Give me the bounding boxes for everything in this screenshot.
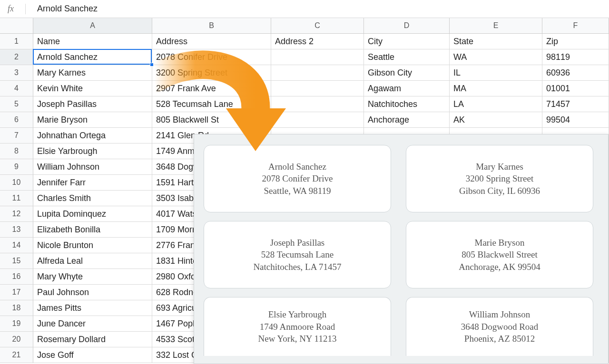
cell-C5[interactable]: [271, 96, 364, 112]
cell-F6[interactable]: 99504: [542, 112, 609, 128]
cell-E6[interactable]: AK: [450, 112, 542, 128]
cell-E3[interactable]: IL: [450, 65, 542, 81]
cell-A10[interactable]: Jennifer Farr: [33, 175, 152, 191]
cell-A5[interactable]: Joseph Pasillas: [33, 96, 152, 112]
fill-handle[interactable]: [150, 63, 154, 67]
row-header-4[interactable]: 4: [0, 81, 33, 96]
column-header-E[interactable]: E: [450, 18, 542, 34]
label-address: 3648 Dogwood Road: [461, 321, 539, 333]
cell-B6[interactable]: 805 Blackwell St: [152, 112, 271, 128]
cell-A18[interactable]: James Pitts: [33, 300, 152, 316]
cell-A13[interactable]: Elizabeth Bonilla: [33, 222, 152, 238]
cell-A21[interactable]: Jose Goff: [33, 347, 152, 363]
cell-D2[interactable]: Seattle: [364, 49, 450, 65]
column-header-C[interactable]: C: [271, 18, 364, 34]
formula-input[interactable]: [34, 2, 604, 16]
cell-A15[interactable]: Alfreda Leal: [33, 253, 152, 269]
cell-C3[interactable]: [271, 65, 364, 81]
cell-D6[interactable]: Anchorage: [364, 112, 450, 128]
row-header-7[interactable]: 7: [0, 128, 33, 144]
table-row: 4Kevin White2907 Frank AveAgawamMA01001: [0, 81, 609, 96]
label-city-state-zip: New York, NY 11213: [258, 333, 337, 345]
row-header-20[interactable]: 20: [0, 332, 33, 347]
label-city-state-zip: Phoenix, AZ 85012: [464, 333, 535, 345]
table-row: 5Joseph Pasillas528 Tecumsah LaneNatchit…: [0, 96, 609, 112]
cell-D1[interactable]: City: [364, 34, 450, 49]
address-label-card: Marie Bryson805 Blackwell StreetAnchorag…: [406, 221, 593, 288]
cell-B4[interactable]: 2907 Frank Ave: [152, 81, 271, 96]
row-header-12[interactable]: 12: [0, 206, 33, 222]
row-header-1[interactable]: 1: [0, 34, 33, 49]
cell-F5[interactable]: 71457: [542, 96, 609, 112]
workspace: fx ABCDEF1NameAddressAddress 2CityStateZ…: [0, 0, 609, 364]
row-header-6[interactable]: 6: [0, 112, 33, 128]
cell-F4[interactable]: 01001: [542, 81, 609, 96]
row-header-2[interactable]: 2: [0, 49, 33, 65]
cell-A7[interactable]: Johnathan Ortega: [33, 128, 152, 144]
cell-C6[interactable]: [271, 112, 364, 128]
cell-B1[interactable]: Address: [152, 34, 271, 49]
cell-A11[interactable]: Charles Smith: [33, 191, 152, 206]
cell-C4[interactable]: [271, 81, 364, 96]
cell-A17[interactable]: Paul Johnson: [33, 285, 152, 300]
cell-B2[interactable]: 2078 Conifer Drive: [152, 49, 271, 65]
label-name: Joseph Pasillas: [270, 237, 325, 249]
label-name: Elsie Yarbrough: [268, 308, 326, 321]
row-header-15[interactable]: 15: [0, 253, 33, 269]
cell-A16[interactable]: Mary Whyte: [33, 269, 152, 285]
label-name: Marie Bryson: [474, 237, 524, 249]
row-header-17[interactable]: 17: [0, 285, 33, 300]
cell-A1[interactable]: Name: [33, 34, 152, 49]
cell-A20[interactable]: Rosemary Dollard: [33, 332, 152, 347]
column-header-B[interactable]: B: [152, 18, 271, 34]
cell-A4[interactable]: Kevin White: [33, 81, 152, 96]
cell-B5[interactable]: 528 Tecumsah Lane: [152, 96, 271, 112]
cell-B3[interactable]: 3200 Spring Street: [152, 65, 271, 81]
cell-E2[interactable]: WA: [450, 49, 542, 65]
label-address: 3200 Spring Street: [466, 172, 534, 185]
row-header-9[interactable]: 9: [0, 159, 33, 175]
label-city-state-zip: Gibson City, IL 60936: [459, 185, 540, 197]
formula-bar: fx: [0, 0, 609, 18]
cell-A19[interactable]: June Dancer: [33, 316, 152, 332]
row-header-11[interactable]: 11: [0, 191, 33, 206]
column-header-A[interactable]: A: [33, 18, 152, 34]
row-header-10[interactable]: 10: [0, 175, 33, 191]
cell-E1[interactable]: State: [450, 34, 542, 49]
cell-F1[interactable]: Zip: [542, 34, 609, 49]
cell-A14[interactable]: Nicole Brunton: [33, 238, 152, 253]
table-row: 2Arnold Sanchez2078 Conifer DriveSeattle…: [0, 49, 609, 65]
row-header-21[interactable]: 21: [0, 347, 33, 363]
cell-A6[interactable]: Marie Bryson: [33, 112, 152, 128]
cell-F2[interactable]: 98119: [542, 49, 609, 65]
row-header-19[interactable]: 19: [0, 316, 33, 332]
cell-D4[interactable]: Agawam: [364, 81, 450, 96]
row-header-3[interactable]: 3: [0, 65, 33, 81]
row-header-5[interactable]: 5: [0, 96, 33, 112]
row-header-14[interactable]: 14: [0, 238, 33, 253]
column-header-F[interactable]: F: [542, 18, 609, 34]
row-header-8[interactable]: 8: [0, 144, 33, 159]
row-header-16[interactable]: 16: [0, 269, 33, 285]
cell-F3[interactable]: 60936: [542, 65, 609, 81]
fx-icon: fx: [5, 4, 17, 14]
cell-C2[interactable]: [271, 49, 364, 65]
column-header-D[interactable]: D: [364, 18, 450, 34]
cell-E5[interactable]: LA: [450, 96, 542, 112]
row-header-13[interactable]: 13: [0, 222, 33, 238]
formula-bar-divider: [25, 4, 26, 14]
cell-A9[interactable]: William Johnson: [33, 159, 152, 175]
row-header-18[interactable]: 18: [0, 300, 33, 316]
address-label-card: Elsie Yarbrough1749 Anmoore RoadNew York…: [204, 297, 391, 356]
select-all-corner[interactable]: [0, 18, 33, 34]
cell-A12[interactable]: Lupita Dominquez: [33, 206, 152, 222]
cell-C1[interactable]: Address 2: [271, 34, 364, 49]
cell-D5[interactable]: Natchitoches: [364, 96, 450, 112]
cell-E4[interactable]: MA: [450, 81, 542, 96]
cell-A2[interactable]: Arnold Sanchez: [33, 49, 152, 65]
cell-A3[interactable]: Mary Karnes: [33, 65, 152, 81]
label-city-state-zip: Seattle, WA 98119: [264, 185, 331, 197]
label-name: Mary Karnes: [476, 161, 523, 173]
cell-D3[interactable]: Gibson City: [364, 65, 450, 81]
cell-A8[interactable]: Elsie Yarbrough: [33, 144, 152, 159]
